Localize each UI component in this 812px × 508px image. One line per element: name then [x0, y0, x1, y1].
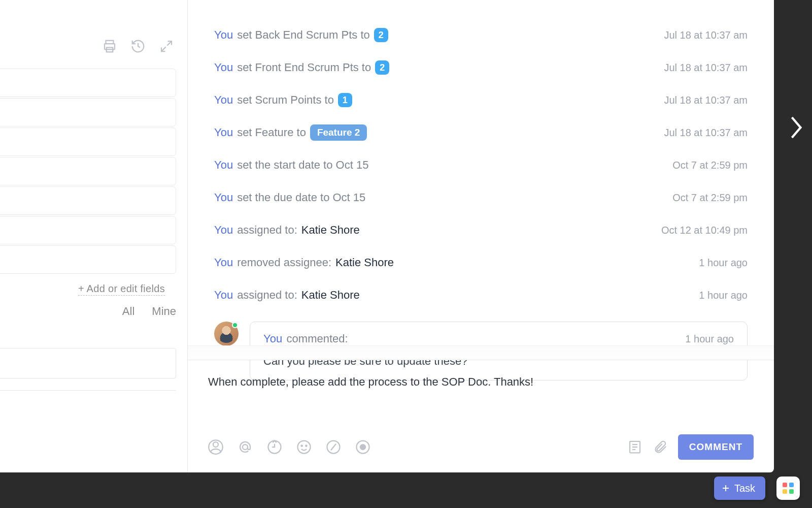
- activity-row: You set Front End Scrum Pts to 2 Jul 18 …: [188, 51, 774, 84]
- details-toolbar: [102, 39, 174, 54]
- activity-text: set Feature to: [237, 126, 306, 139]
- activity-actor[interactable]: You: [214, 158, 233, 172]
- emoji-icon[interactable]: [296, 439, 312, 455]
- submit-comment-button[interactable]: COMMENT: [678, 434, 754, 460]
- activity-actor[interactable]: You: [214, 289, 233, 302]
- activity-actor[interactable]: You: [214, 61, 233, 74]
- activity-row: You set Back End Scrum Pts to 2 Jul 18 a…: [188, 19, 774, 51]
- expand-icon[interactable]: [159, 39, 174, 54]
- reaction-icon[interactable]: [267, 439, 282, 455]
- activity-target[interactable]: Katie Shore: [335, 256, 394, 269]
- activity-text: set the start date to Oct 15: [237, 158, 368, 172]
- tab-mine[interactable]: Mine: [152, 305, 176, 318]
- apps-grid-icon: [783, 483, 794, 494]
- custom-fields-list: + Add or edit fields: [0, 69, 176, 295]
- activity-timestamp: 1 hour ago: [699, 257, 748, 269]
- activity-text: set Front End Scrum Pts to: [237, 61, 371, 74]
- template-icon[interactable]: [627, 439, 642, 455]
- value-badge: 2: [375, 60, 389, 75]
- add-edit-fields-label: + Add or edit fields: [78, 283, 165, 296]
- svg-line-13: [331, 444, 336, 451]
- activity-timestamp: Jul 18 at 10:37 am: [664, 62, 748, 74]
- comment-verb: commented:: [287, 332, 348, 345]
- attachment-icon[interactable]: [653, 439, 668, 455]
- svg-point-9: [298, 441, 311, 454]
- activity-text: set the due date to Oct 15: [237, 191, 365, 204]
- activity-target[interactable]: Katie Shore: [301, 289, 360, 302]
- activity-text: removed assignee:: [237, 256, 331, 269]
- value-badge: 2: [374, 28, 388, 42]
- activity-timestamp: Oct 7 at 2:59 pm: [672, 192, 748, 204]
- activity-feed: You set Back End Scrum Pts to 2 Jul 18 a…: [188, 0, 774, 345]
- composer-input[interactable]: When complete, please add the process to…: [188, 360, 774, 433]
- custom-field-row[interactable]: [0, 157, 176, 185]
- activity-row: You set the start date to Oct 15 Oct 7 a…: [188, 149, 774, 181]
- comment-composer: When complete, please add the process to…: [188, 345, 774, 472]
- svg-point-15: [360, 444, 365, 450]
- history-icon[interactable]: [130, 39, 146, 54]
- avatar[interactable]: [214, 322, 239, 346]
- tab-all[interactable]: All: [122, 305, 134, 318]
- activity-row: You set Feature to Feature 2 Jul 18 at 1…: [188, 116, 774, 149]
- activity-row: You removed assignee: Katie Shore 1 hour…: [188, 246, 774, 279]
- new-task-button[interactable]: Task: [714, 477, 765, 500]
- subtask-card[interactable]: [0, 348, 176, 378]
- comment-actor[interactable]: You: [263, 332, 282, 345]
- activity-text: set Back End Scrum Pts to: [237, 28, 370, 42]
- slash-command-icon[interactable]: [326, 439, 341, 455]
- custom-field-row[interactable]: [0, 98, 176, 126]
- new-task-label: Task: [734, 483, 755, 494]
- activity-timestamp: Oct 7 at 2:59 pm: [672, 160, 748, 171]
- assign-comment-icon[interactable]: [208, 439, 223, 455]
- activity-text: set Scrum Points to: [237, 93, 334, 107]
- svg-line-4: [161, 47, 166, 51]
- activity-actor[interactable]: You: [214, 93, 233, 107]
- svg-line-3: [167, 41, 172, 46]
- subtask-tabs: All Mine: [122, 305, 176, 318]
- details-panel: + Add or edit fields All Mine: [0, 0, 188, 472]
- mention-icon[interactable]: [238, 439, 253, 455]
- add-edit-fields-link[interactable]: + Add or edit fields: [0, 274, 176, 295]
- activity-row: You set Scrum Points to 1 Jul 18 at 10:3…: [188, 84, 774, 116]
- activity-actor[interactable]: You: [214, 28, 233, 42]
- activity-actor[interactable]: You: [214, 224, 233, 237]
- activity-timestamp: Jul 18 at 10:37 am: [664, 29, 748, 41]
- comment-timestamp: 1 hour ago: [685, 333, 734, 345]
- task-modal: + Add or edit fields All Mine You set Ba…: [0, 0, 774, 472]
- svg-point-7: [243, 444, 248, 450]
- apps-button[interactable]: [776, 477, 800, 500]
- custom-field-row[interactable]: [0, 216, 176, 244]
- activity-text: assigned to:: [237, 224, 297, 237]
- activity-row: You assigned to: Katie Shore 1 hour ago: [188, 279, 774, 311]
- subtask-card[interactable]: [0, 390, 176, 396]
- activity-text: assigned to:: [237, 289, 297, 302]
- record-icon[interactable]: [355, 439, 370, 455]
- activity-timestamp: Jul 18 at 10:37 am: [664, 127, 748, 139]
- value-badge: Feature 2: [310, 124, 367, 141]
- custom-field-row[interactable]: [0, 128, 176, 156]
- svg-point-11: [306, 445, 307, 447]
- custom-field-row[interactable]: [0, 186, 176, 215]
- activity-timestamp: 1 hour ago: [699, 290, 748, 301]
- svg-point-5: [213, 442, 218, 447]
- activity-timestamp: Jul 18 at 10:37 am: [664, 94, 748, 106]
- svg-point-10: [301, 445, 302, 447]
- activity-actor[interactable]: You: [214, 191, 233, 204]
- activity-timestamp: Oct 12 at 10:49 pm: [661, 225, 748, 236]
- next-task-button[interactable]: [788, 114, 805, 143]
- custom-field-row[interactable]: [0, 245, 176, 274]
- print-icon[interactable]: [102, 39, 117, 54]
- activity-actor[interactable]: You: [214, 126, 233, 139]
- activity-actor[interactable]: You: [214, 256, 233, 269]
- activity-row: You set the due date to Oct 15 Oct 7 at …: [188, 181, 774, 214]
- presence-indicator: [232, 322, 238, 328]
- activity-row: You assigned to: Katie Shore Oct 12 at 1…: [188, 214, 774, 246]
- value-badge: 1: [338, 93, 352, 107]
- plus-icon: [721, 484, 730, 493]
- activity-target[interactable]: Katie Shore: [301, 224, 360, 237]
- activity-panel: You set Back End Scrum Pts to 2 Jul 18 a…: [188, 0, 774, 472]
- custom-field-row[interactable]: [0, 69, 176, 97]
